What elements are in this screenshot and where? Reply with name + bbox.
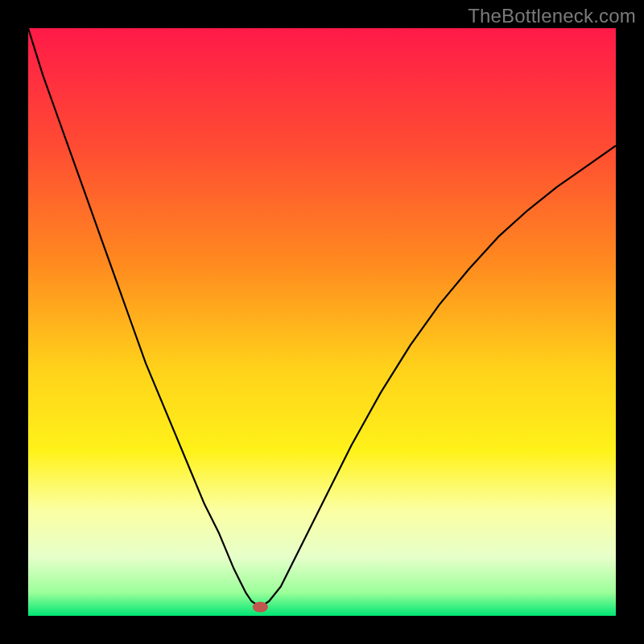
chart-frame: TheBottleneck.com	[0, 0, 644, 644]
gradient-background	[28, 28, 616, 616]
plot-area	[28, 28, 616, 616]
watermark-label: TheBottleneck.com	[468, 5, 636, 27]
chart-svg	[28, 28, 616, 616]
minimum-marker	[253, 601, 268, 612]
